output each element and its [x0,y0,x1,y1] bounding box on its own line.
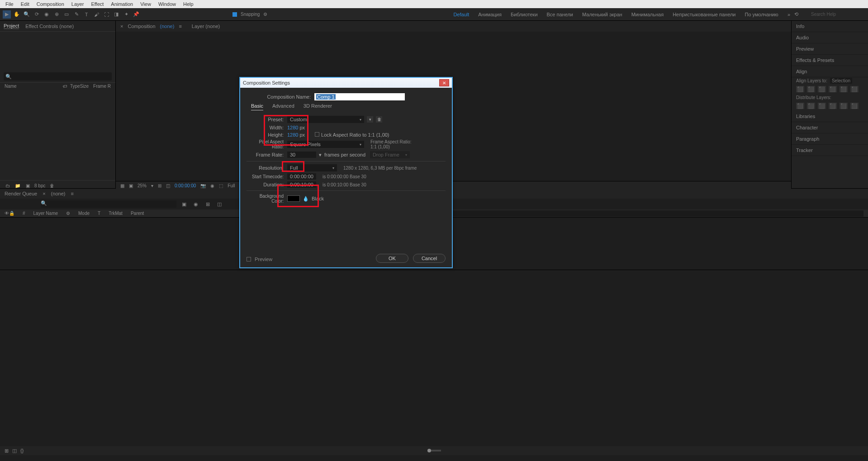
workspace-smallscreen[interactable]: Маленький экран [582,12,622,17]
col-size[interactable]: Size [80,84,89,89]
tl-icon-2[interactable]: ◉ [192,200,200,208]
workspace-allpanels[interactable]: Все панели [547,12,573,17]
close-icon[interactable]: ✕ [439,79,449,86]
align-target-dropdown[interactable]: Selection [830,78,852,84]
col-name[interactable]: Name [5,84,60,89]
frame-rate-input[interactable]: 30 [287,152,316,158]
tab-render-queue[interactable]: Render Queue [5,191,37,196]
switches-icon[interactable]: ⊞ [5,448,9,454]
show-snapshot-icon[interactable]: ◉ [210,183,214,188]
height-input[interactable]: 1280 [287,132,298,138]
close-tab-icon[interactable]: × [120,24,123,29]
new-comp-icon[interactable]: ▣ [24,182,31,189]
hand-tool-icon[interactable]: ✋ [13,10,21,19]
rotate-tool-icon[interactable]: ⟳ [33,10,41,19]
menu-layer[interactable]: Layer [68,1,88,7]
workspace-minimal[interactable]: Минимальная [631,12,664,17]
workspace-undocked[interactable]: Непристыкованные панели [673,12,735,17]
bg-color-swatch[interactable] [287,195,300,202]
col-t[interactable]: T [98,211,100,216]
grid-icon[interactable]: ▦ [120,183,124,188]
col-layer-name[interactable]: Layer Name [33,211,58,216]
dist-top-icon[interactable]: ⬛ [796,103,804,109]
zoom-dropdown[interactable]: 25% [138,183,147,188]
interpret-footage-icon[interactable]: 🗀 [5,182,11,189]
col-trkmat[interactable]: TrkMat [109,211,123,216]
preview-checkbox[interactable] [247,257,251,261]
tab-menu-icon[interactable]: ≡ [71,191,73,196]
tab-advanced[interactable]: Advanced [272,103,294,110]
workspace-animation[interactable]: Анимация [478,12,502,17]
workspace-standard[interactable]: По умолчанию [745,12,778,17]
delete-preset-icon[interactable]: 🗑 [376,116,382,123]
mask-icon[interactable]: ◫ [166,183,170,188]
align-vcenter-icon[interactable]: ⬛ [840,86,848,92]
dist-vcenter-icon[interactable]: ⬛ [807,103,815,109]
panel-paragraph[interactable]: Paragraph [792,133,868,145]
rect-tool-icon[interactable]: ▭ [62,10,71,19]
selection-tool-icon[interactable]: ▶ [3,10,11,19]
tab-close-icon[interactable]: × [43,191,45,196]
col-type[interactable]: Type [70,84,80,89]
lock-aspect-checkbox[interactable] [315,132,319,137]
par-dropdown[interactable]: Square Pixels▾ [287,141,364,148]
trash-icon[interactable]: 🗑 [49,182,55,189]
dist-bottom-icon[interactable]: ⬛ [818,103,826,109]
menu-effect[interactable]: Effect [87,1,107,7]
panel-align[interactable]: Align [792,66,868,77]
camera-tool-icon[interactable]: ◉ [43,10,51,19]
workspace-libraries[interactable]: Библиотеки [511,12,538,17]
tl-icon-1[interactable]: ▣ [180,200,188,208]
tab-3d-renderer[interactable]: 3D Renderer [304,103,332,110]
puppet-tool-icon[interactable]: 📌 [132,10,140,19]
preset-dropdown[interactable]: Custom▾ [287,116,364,123]
panel-character[interactable]: Character [792,122,868,133]
align-bottom-icon[interactable]: ⬛ [850,86,859,92]
sync-icon[interactable]: ⟲ [792,10,800,19]
tl-icon-4[interactable]: ◫ [215,200,223,208]
stamp-tool-icon[interactable]: ⛶ [102,10,110,19]
search-help-input[interactable]: Search Help [811,12,865,17]
menu-view[interactable]: View [137,1,155,7]
resolution-dropdown[interactable]: Full [228,183,235,188]
eyedropper-icon[interactable]: 💧 [303,196,309,202]
panel-audio[interactable]: Audio [792,32,868,43]
workspace-more-icon[interactable]: » [787,12,790,17]
width-input[interactable]: 1280 [287,125,298,130]
dist-left-icon[interactable]: ⬛ [829,103,837,109]
menu-help[interactable]: Help [180,1,197,7]
snapshot-icon[interactable]: 📷 [200,183,206,188]
channel-icon[interactable]: ▣ [129,183,133,188]
col-parent[interactable]: Parent [131,211,144,216]
panel-effects-presets[interactable]: Effects & Presets [792,55,868,66]
duration-input[interactable]: 0:00:10:00 [287,181,316,188]
tab-menu-icon[interactable]: ≡ [179,24,181,29]
col-framer[interactable]: Frame R [93,84,111,89]
brackets-icon[interactable]: {} [20,448,24,454]
resolution-icon[interactable]: ⊞ [158,183,161,188]
brush-tool-icon[interactable]: 🖌 [92,10,100,19]
menu-edit[interactable]: Edit [17,1,33,7]
col-index[interactable]: # [23,211,25,216]
col-mode[interactable]: Mode [78,211,90,216]
panel-libraries[interactable]: Libraries [792,111,868,122]
tab-timeline-none[interactable]: (none) [51,191,66,196]
menu-file[interactable]: File [2,1,17,7]
zoom-slider[interactable] [427,450,441,451]
menu-window[interactable]: Window [155,1,180,7]
tab-effect-controls[interactable]: Effect Controls (none) [25,24,74,29]
tl-icon-3[interactable]: ⊞ [204,200,212,208]
modes-icon[interactable]: ◫ [12,448,17,454]
save-preset-icon[interactable]: ▾ [367,116,373,123]
align-right-icon[interactable]: ⬛ [818,86,826,92]
zoom-tool-icon[interactable]: 🔍 [23,10,31,19]
cancel-button[interactable]: Cancel [413,254,446,263]
tab-layer[interactable]: Layer (none) [192,24,220,29]
comp-name-input[interactable]: Comp 1 [314,93,405,100]
eraser-tool-icon[interactable]: ◨ [112,10,120,19]
new-folder-icon[interactable]: 📁 [14,182,21,189]
region-icon[interactable]: ⬚ [219,183,223,188]
tab-project[interactable]: Project [4,23,19,29]
menu-animation[interactable]: Animation [107,1,137,7]
dist-hcenter-icon[interactable]: ⬛ [840,103,848,109]
